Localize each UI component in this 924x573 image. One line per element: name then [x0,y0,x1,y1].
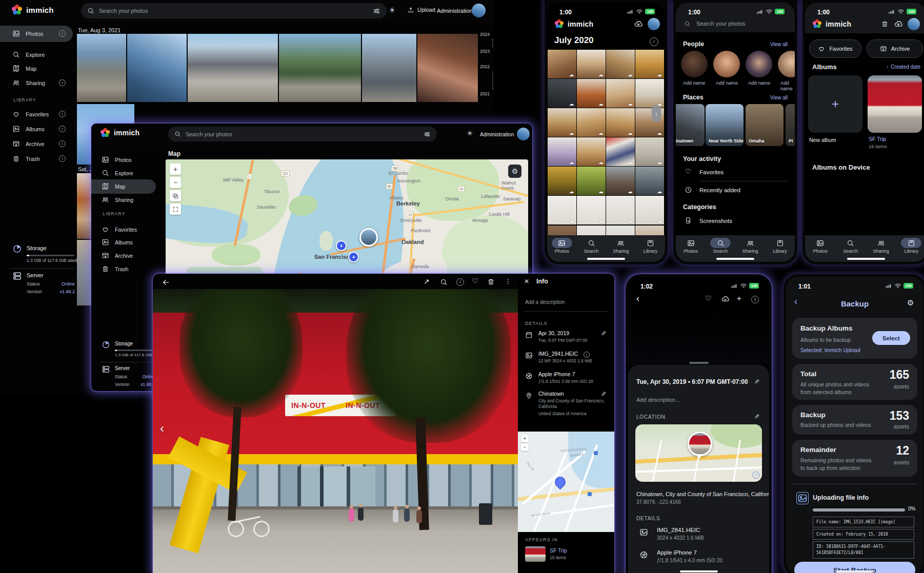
photo-tile[interactable]: ☁ [635,137,664,166]
zoom-icon[interactable] [440,278,448,286]
photo-tile[interactable]: ☁ [577,50,606,78]
photo-tile[interactable]: ☁ [635,196,664,224]
photo-tile[interactable] [417,34,478,102]
favorite-heart-icon[interactable]: ♡ [705,294,712,302]
home-indicator[interactable] [836,570,874,572]
sidebar-item-archive[interactable]: Archive [102,252,151,259]
sidebar-item-albums[interactable]: Albums i [12,125,66,133]
select-all-check-icon[interactable]: ✓ [650,37,658,46]
sidebar-item-trash[interactable]: Trash [102,265,151,273]
photo-tile[interactable] [279,34,361,102]
nav-search[interactable]: Search [837,238,864,254]
search-input[interactable]: Search your photos [81,3,387,18]
scrubber-year[interactable]: 2023 [480,49,490,54]
nav-photos[interactable]: Photos [549,238,575,254]
add-name-link[interactable]: Add name [780,80,795,91]
photo-tile[interactable]: ☁ [635,167,664,195]
edit-date-pencil-icon[interactable]: ✎ [601,330,606,337]
sidebar-item-albums[interactable]: Albums [102,238,151,246]
map-zoom-out-button[interactable]: − [170,177,181,188]
photo-tile[interactable]: ☁ [606,167,635,195]
sidebar-item-photos[interactable]: Photos [102,156,151,163]
add-name-link[interactable]: Add name [748,80,770,86]
photo-preview[interactable] [628,308,769,365]
sidebar-item-map[interactable]: Map [102,182,151,190]
scrubber-year[interactable]: 2022 [480,64,490,69]
map-info-icon[interactable]: i [752,472,759,479]
photo-tile[interactable]: ☁ [548,108,576,137]
nav-library[interactable]: Library [898,238,924,254]
photo-tile[interactable]: ☁ [577,79,606,108]
sheet-drag-handle[interactable] [689,362,709,364]
albums-sort-button[interactable]: ↑ Created date [886,64,920,70]
photo-tile[interactable]: ☁ [606,137,635,166]
nav-search[interactable]: Search [707,238,734,254]
more-kebab-icon[interactable]: ⋮ [505,277,511,285]
place-tile[interactable]: Omaha [746,104,784,146]
immich-logo[interactable]: immich [11,4,54,15]
person-face[interactable] [746,51,772,77]
nav-library[interactable]: Library [637,238,664,254]
photo-tile[interactable]: ☁ [548,137,576,166]
cloud-upload-icon[interactable] [893,19,903,29]
home-indicator[interactable] [587,258,625,260]
photo-tile[interactable]: ☁ [577,196,606,224]
album-thumbnail[interactable] [525,546,546,562]
home-indicator[interactable] [680,570,718,572]
administration-link[interactable]: Administration [437,8,473,14]
photo-tile[interactable]: ☁ [606,79,635,108]
close-icon[interactable]: ✕ [524,278,529,285]
filter-sliders-icon[interactable] [373,7,380,15]
nav-sharing[interactable]: Sharing [737,238,764,254]
home-indicator[interactable] [847,258,885,260]
recently-added-row[interactable]: Recently added [699,187,740,193]
sidebar-item-explore[interactable]: Explore [12,51,66,58]
back-icon[interactable] [162,278,170,286]
photo-tile[interactable]: ☁ [548,167,576,195]
person-face[interactable] [713,51,740,77]
map-layers-button[interactable] [170,190,181,201]
trash-icon[interactable] [881,20,889,28]
info-icon[interactable]: i [751,296,759,303]
map-cluster-marker[interactable]: 4 [348,252,359,262]
favorites-button[interactable]: Favorites [809,39,861,58]
sidebar-item-favorites[interactable]: Favorites i [12,110,66,118]
scrubber-year[interactable]: 2021 [480,91,490,96]
edit-date-pencil-icon[interactable]: ✎ [754,378,759,385]
place-tile[interactable]: Pi [786,104,795,146]
photo-viewer-image[interactable]: IN-N-OUT IN-N-OUT ‹ [153,289,518,573]
photo-tile[interactable]: ☁ [548,79,576,108]
search-input[interactable]: Search your photos [696,21,745,27]
favorite-heart-icon[interactable]: ♡ [472,277,478,285]
info-circle-icon[interactable]: i [584,352,590,358]
screenshots-row[interactable]: Screenshots [699,218,732,224]
sidebar-item-sharing[interactable]: Sharing [102,196,151,203]
filter-sliders-icon[interactable] [424,131,431,138]
info-icon[interactable]: i [456,278,464,286]
sidebar-item-explore[interactable]: Explore [102,169,151,177]
place-tile[interactable]: Near North Side [706,104,744,146]
photo-tile[interactable]: ☁ [606,50,635,78]
photo-tile[interactable]: ☁ [606,108,635,137]
mini-map-zoom-in[interactable]: + [521,435,529,442]
add-description-field[interactable]: Add description... [636,397,680,403]
favorites-row[interactable]: Favorites [699,169,724,175]
sidebar-item-map[interactable]: Map [12,65,66,72]
photo-tile[interactable]: ☁ [577,108,606,137]
administration-link[interactable]: Administration [480,131,514,137]
cloud-upload-icon[interactable] [633,19,644,29]
back-chevron-icon[interactable]: ‹ [636,293,639,304]
mini-map-zoom-out[interactable]: − [521,443,529,451]
add-description-field[interactable]: Add a description [525,299,565,305]
photo-tile[interactable]: ☁ [548,50,576,78]
immich-logo[interactable]: immich [100,128,139,138]
cloud-backed-up-icon[interactable] [720,295,730,303]
photo-tile[interactable]: ☁ [577,137,606,166]
people-view-all-link[interactable]: View all [770,42,788,47]
sidebar-item-sharing[interactable]: Sharing i [12,79,66,87]
sidebar-item-archive[interactable]: Archive i [12,140,66,148]
scrubber-year[interactable]: 2024 [480,32,490,37]
photo-tile[interactable]: ☁ [635,79,664,108]
add-to-album-plus-icon[interactable]: + [737,294,741,302]
nav-search[interactable]: Search [578,238,605,254]
